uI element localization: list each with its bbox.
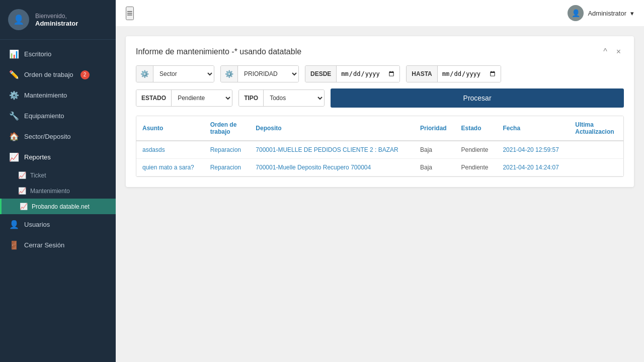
prioridad-filter: ⚙️ PRIORIDAD [220,65,299,82]
gear-icon: ⚙️ [9,90,19,100]
card-actions: ^ × [600,46,624,57]
sidebar-item-sector[interactable]: 🏠 Sector/Deposito [0,126,116,147]
sidebar-header: 👤 Bienvenido, Administrator [0,0,116,40]
sub-nav: 📈 Ticket 📈 Mantenimiento 📈 Probando data… [0,167,116,214]
sector-icon-button[interactable]: ⚙️ [136,66,153,82]
chart-icon: 📈 [9,152,19,162]
tipo-filter: TIPO TodosReparacionPreventivo [238,89,325,107]
sidebar-nav: 📊 Escritorio ✏️ Orden de trabajo 2 ⚙️ Ma… [0,40,116,362]
menu-button[interactable]: ≡ [126,7,134,20]
nav-label-orden: Orden de trabajo [24,71,73,78]
probando-icon: 📈 [20,203,28,210]
logout-icon: 🚪 [9,240,19,250]
cell-ultima [569,141,623,159]
minimize-button[interactable]: ^ [600,46,610,57]
nav-label-sector: Sector/Deposito [24,133,71,140]
sidebar-item-reportes[interactable]: 📈 Reportes [0,147,116,167]
sidebar-item-mantenimiento-sub[interactable]: 📈 Mantenimiento [0,183,116,199]
sub-label-ticket: Ticket [30,172,46,179]
avatar: 👤 [8,9,29,30]
sector-select[interactable]: Sector [153,66,214,82]
tipo-label: TIPO [239,90,264,106]
col-header-prioridad: Prioridad [414,116,455,141]
estado-select[interactable]: PendienteActivoCerrado [172,90,232,106]
nav-label-equipamiento: Equipamiento [24,112,64,120]
cell-ultima [569,159,623,176]
col-header-asunto: Asunto [136,116,204,141]
bar-chart-icon: 📊 [9,49,19,59]
cell-orden[interactable]: Reparacion [204,141,250,159]
cell-asunto: quien mato a sara? [136,159,204,176]
nav-label-escritorio: Escritorio [24,50,51,58]
main-area: ≡ 👤 Administrator ▾ Informe de mantenimi… [116,0,644,362]
cell-deposito[interactable]: 700001-MUELLE DE PEDIDOS CLIENTE 2 : BAZ… [250,141,414,159]
card-title: Informe de mantenimiento -* usando datat… [136,47,301,56]
sector-filter: ⚙️ Sector [136,65,214,82]
sidebar-item-usuarios[interactable]: 👤 Usuarios [0,214,116,235]
desde-group: DESDE [305,65,400,82]
tipo-select[interactable]: TodosReparacionPreventivo [264,90,324,106]
data-table: Asunto Orden detrabajo Deposito Priorida… [136,116,623,176]
chevron-down-icon: ▾ [630,10,634,17]
sidebar-item-cerrar[interactable]: 🚪 Cerrar Sesión [0,235,116,255]
cell-prioridad: Baja [414,141,455,159]
table-body: asdasds Reparacion 700001-MUELLE DE PEDI… [136,141,623,176]
close-button[interactable]: × [613,46,624,57]
sub-label-probando: Probando datable.net [32,203,90,210]
cell-estado: Pendiente [455,159,497,176]
prioridad-select[interactable]: PRIORIDAD [238,66,298,82]
nav-label-cerrar: Cerrar Sesión [24,241,64,249]
estado-filter: ESTADO PendienteActivoCerrado [136,89,232,107]
user-menu[interactable]: 👤 Administrator ▾ [568,5,634,21]
sidebar: 👤 Bienvenido, Administrator 📊 Escritorio… [0,0,116,362]
hasta-label: HASTA [407,66,437,82]
sidebar-item-equipamiento[interactable]: 🔧 Equipamiento [0,106,116,126]
table-row: quien mato a sara? Reparacion 700001-Mue… [136,159,623,176]
sidebar-item-orden[interactable]: ✏️ Orden de trabajo 2 [0,64,116,85]
procesar-button[interactable]: Procesar [331,88,624,108]
cell-fecha: 2021-04-20 14:24:07 [497,159,569,176]
topbar-avatar: 👤 [568,5,584,21]
table-row: asdasds Reparacion 700001-MUELLE DE PEDI… [136,141,623,159]
topbar-username: Administrator [588,10,626,17]
home-icon: 🏠 [9,132,19,141]
col-header-ultima: UltimaActualizacion [569,116,623,141]
sidebar-item-mantenimiento[interactable]: ⚙️ Mantenimiento [0,85,116,106]
card-header: Informe de mantenimiento -* usando datat… [136,46,624,57]
col-header-orden: Orden detrabajo [204,116,250,141]
wrench-icon: 🔧 [9,111,19,121]
hasta-input[interactable] [438,66,501,82]
sub-label-mantenimiento: Mantenimiento [30,188,70,195]
cell-deposito[interactable]: 700001-Muelle Deposito Recupero 700004 [250,159,414,176]
hasta-group: HASTA [406,65,501,82]
ticket-icon: 📈 [18,171,26,179]
sidebar-username: Administrator [35,20,78,27]
prioridad-icon-button[interactable]: ⚙️ [221,66,238,82]
orden-badge: 2 [80,70,90,79]
maintenance-icon: 📈 [18,187,26,195]
user-icon: 👤 [9,220,19,229]
main-card: Informe de mantenimiento -* usando datat… [126,36,634,187]
filters-row-1: ⚙️ Sector ⚙️ PRIORIDAD DESDE HASTA [136,65,624,82]
cell-orden[interactable]: Reparacion [204,159,250,176]
topbar: ≡ 👤 Administrator ▾ [116,0,644,26]
data-table-container: Asunto Orden detrabajo Deposito Priorida… [136,116,624,177]
filters-row-2: ESTADO PendienteActivoCerrado TIPO Todos… [136,88,624,108]
cell-asunto: asdasds [136,141,204,159]
col-header-estado: Estado [455,116,497,141]
col-header-deposito: Deposito [250,116,414,141]
sidebar-item-escritorio[interactable]: 📊 Escritorio [0,44,116,64]
pencil-icon: ✏️ [9,70,19,79]
cell-fecha: 2021-04-20 12:59:57 [497,141,569,159]
welcome-text: Bienvenido, [35,13,78,20]
col-header-fecha: Fecha [497,116,569,141]
cell-prioridad: Baja [414,159,455,176]
desde-label: DESDE [305,66,337,82]
content-area: Informe de mantenimiento -* usando datat… [116,26,644,362]
nav-label-reportes: Reportes [24,153,51,161]
nav-label-mantenimiento: Mantenimiento [24,92,67,99]
nav-label-usuarios: Usuarios [24,221,50,228]
sidebar-item-ticket[interactable]: 📈 Ticket [0,167,116,183]
desde-input[interactable] [337,66,399,82]
sidebar-item-probando[interactable]: 📈 Probando datable.net [0,199,116,214]
